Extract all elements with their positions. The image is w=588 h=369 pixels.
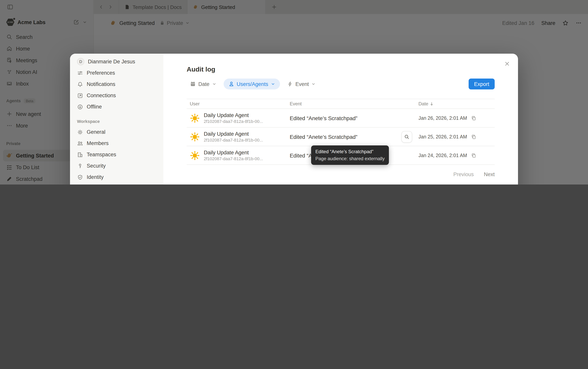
event-cell: Edited “Anete’s Scratchpad” (287, 115, 415, 121)
date-cell: Jan 25, 2026, 2:01 AM (415, 134, 495, 139)
previous-page-button[interactable]: Previous (453, 172, 474, 177)
date-cell: Jan 26, 2026, 2:01 AM (415, 115, 495, 121)
column-header-event[interactable]: Event (287, 101, 415, 107)
settings-item-connections[interactable]: Connections (73, 90, 160, 101)
chevron-down-icon (212, 82, 217, 86)
event-cell: Edited “Anete’s Scratchpad” (287, 133, 415, 140)
copy-icon[interactable] (471, 153, 476, 158)
shield-check-icon (77, 174, 83, 180)
close-icon[interactable] (502, 59, 512, 68)
screen: ACME Acme Labs Search Home Meetings Noti… (0, 0, 588, 184)
copy-icon[interactable] (471, 134, 476, 139)
settings-item-general[interactable]: General (73, 126, 160, 138)
bell-icon (77, 81, 83, 87)
settings-item-security[interactable]: Security (73, 160, 160, 172)
members-icon (77, 140, 83, 146)
agent-id: 2f102087-daa7-812a-8f1b-00... (204, 119, 263, 124)
download-circle-icon (77, 104, 83, 110)
lightning-icon (287, 81, 293, 87)
sun-agent-avatar (190, 132, 200, 142)
tooltip-line-2: Page audience: shared externally (315, 155, 385, 162)
chevron-down-icon (270, 82, 275, 86)
key-icon (77, 163, 83, 169)
agent-id: 2f102087-daa7-812a-8f1b-00... (204, 137, 263, 143)
chevron-down-icon (311, 82, 316, 86)
user-cell: Daily Update Agent2f102087-daa7-812a-8f1… (187, 131, 287, 143)
filter-users-agents[interactable]: Users/Agents (223, 79, 280, 89)
building-icon (77, 152, 83, 158)
tooltip-line-1: Edited “Anete’s Scratchpad” (315, 148, 385, 155)
event-tooltip: Edited “Anete’s Scratchpad” Page audienc… (311, 145, 389, 165)
calendar-icon (190, 81, 196, 87)
inspect-event-button[interactable] (401, 131, 412, 143)
arrow-out-box-icon (77, 92, 83, 99)
filter-bar: Date Users/Agents Event Export (187, 79, 495, 89)
magnifier-icon (404, 134, 410, 140)
account-name: Dianmarie De Jesus (88, 59, 135, 64)
person-icon (228, 81, 234, 87)
table-row[interactable]: Daily Update Agent2f102087-daa7-812a-8f1… (187, 109, 495, 128)
date-cell: Jan 24, 2026, 2:01 AM (415, 153, 495, 158)
user-cell: Daily Update Agent2f102087-daa7-812a-8f1… (187, 149, 287, 161)
settings-item-identity[interactable]: Identity (73, 172, 160, 183)
audit-log-panel: Audit log Date Users/Agents Event (163, 54, 518, 184)
column-header-date[interactable]: Date (415, 101, 495, 107)
user-cell: Daily Update Agent2f102087-daa7-812a-8f1… (187, 112, 287, 124)
export-button[interactable]: Export (469, 79, 495, 89)
settings-item-preferences[interactable]: Preferences (73, 67, 160, 79)
settings-item-offline[interactable]: Offline (73, 101, 160, 112)
sliders-icon (77, 70, 83, 76)
modal-title: Audit log (187, 65, 495, 74)
settings-item-notifications[interactable]: Notifications (73, 79, 160, 90)
column-header-user[interactable]: User (187, 101, 287, 107)
avatar: D (77, 58, 84, 65)
workspace-section-header: Workspace (73, 117, 160, 126)
next-page-button[interactable]: Next (484, 172, 495, 177)
filter-date[interactable]: Date (187, 79, 219, 89)
table-row[interactable]: Daily Update Agent2f102087-daa7-812a-8f1… (187, 128, 495, 146)
sun-agent-avatar (190, 113, 200, 123)
settings-item-analytics[interactable]: Analytics (73, 183, 160, 184)
settings-item-account[interactable]: DDianmarie De Jesus (73, 56, 160, 67)
sun-agent-avatar (190, 150, 200, 160)
copy-icon[interactable] (471, 115, 476, 121)
filter-event[interactable]: Event (284, 79, 319, 89)
agent-name: Daily Update Agent (204, 149, 263, 156)
settings-sidebar: DDianmarie De Jesus Preferences Notifica… (70, 54, 163, 184)
agent-id: 2f102087-daa7-812a-8f1b-00... (204, 156, 263, 161)
agent-name: Daily Update Agent (204, 131, 263, 137)
settings-item-members[interactable]: Members (73, 138, 160, 149)
gear-icon (77, 129, 83, 135)
agent-name: Daily Update Agent (204, 112, 263, 119)
settings-modal: DDianmarie De Jesus Preferences Notifica… (70, 54, 518, 184)
settings-item-teamspaces[interactable]: Teamspaces (73, 149, 160, 160)
table-header: User Event Date (187, 99, 495, 109)
sort-desc-arrow-icon (430, 102, 434, 106)
pagination: Previous Next (187, 172, 495, 177)
